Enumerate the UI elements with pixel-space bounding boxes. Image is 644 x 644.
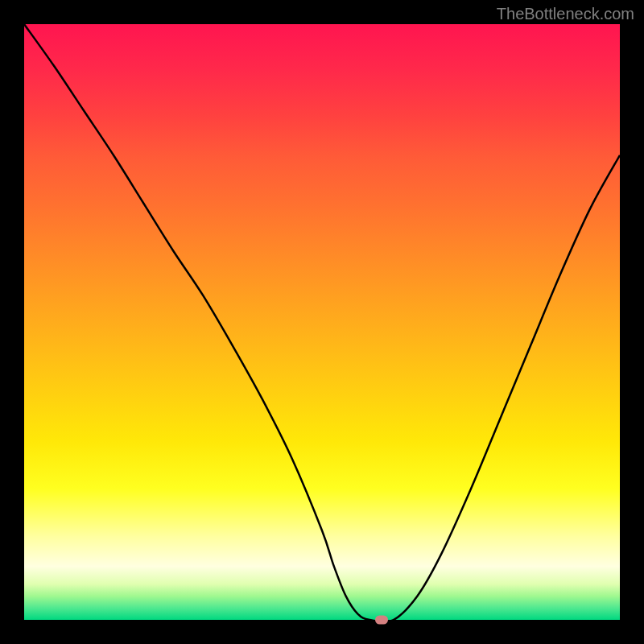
curve-svg <box>24 24 620 620</box>
chart-container: TheBottleneck.com <box>0 0 644 644</box>
minimum-marker <box>375 616 388 625</box>
bottleneck-curve <box>24 24 620 620</box>
watermark-text: TheBottleneck.com <box>497 5 634 23</box>
plot-area <box>24 24 620 620</box>
